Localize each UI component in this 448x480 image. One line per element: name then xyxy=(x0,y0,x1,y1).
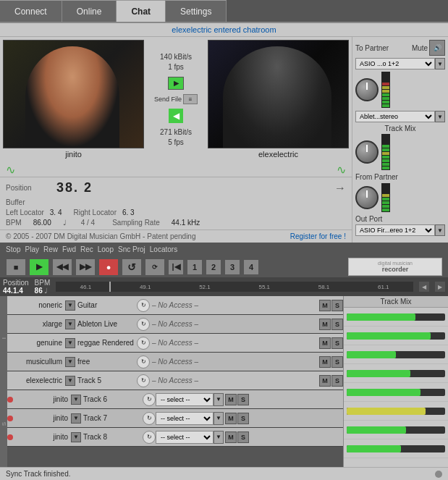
loop-button[interactable]: ↺ xyxy=(122,258,142,276)
track-6-sync-icon[interactable]: ↻ xyxy=(143,412,156,425)
timeline-mark-1: 46.1 xyxy=(80,284,92,290)
video-area: jinito 140 kBit/s 1 fps ▶ Send File ≡ ◀ xyxy=(0,37,352,163)
track-6-select-arrow[interactable]: ▼ xyxy=(214,412,224,425)
track-side-panel: I S xyxy=(0,296,7,467)
track-6-rec-dot xyxy=(7,416,13,421)
tab-settings[interactable]: Settings xyxy=(166,0,227,22)
track-2-sync-icon[interactable]: ↻ xyxy=(137,337,150,350)
mute-button[interactable]: 🔊 xyxy=(429,40,445,56)
position-label: Position xyxy=(6,184,56,192)
track-4-m-button[interactable]: M xyxy=(319,375,331,387)
track-6-select[interactable]: -- select -- xyxy=(156,412,214,425)
track-6-s-button[interactable]: S xyxy=(237,413,249,424)
status-dot xyxy=(435,471,442,478)
play-button[interactable]: ▶ xyxy=(29,258,49,276)
track-3-sync-icon[interactable]: ↻ xyxy=(137,355,150,369)
pos-labels: Position 44.1.4 xyxy=(3,279,29,295)
ableton-arrow[interactable]: ▼ xyxy=(435,111,445,122)
track-4-sync-icon[interactable]: ↻ xyxy=(137,374,150,387)
track-4-arrow[interactable]: ▼ xyxy=(65,376,75,386)
locator-2-button[interactable]: 2 xyxy=(206,259,221,275)
track-0-m-button[interactable]: M xyxy=(319,300,331,311)
file-icon: ≡ xyxy=(183,94,198,104)
mix-fader-5[interactable] xyxy=(347,408,445,415)
bpm-display: BPM 86 ♩ xyxy=(35,279,51,295)
track-5-select-arrow[interactable]: ▼ xyxy=(214,393,224,406)
track-6-m-button[interactable]: M xyxy=(225,413,237,424)
ableton-select[interactable]: Ablet...stereo xyxy=(355,111,435,122)
track-7-m-button[interactable]: M xyxy=(225,431,237,443)
left-video-panel: jinito xyxy=(3,40,144,160)
track-5-select[interactable]: -- select -- xyxy=(156,393,214,406)
mix-fader-1[interactable] xyxy=(347,332,445,340)
bitrate-down-info: 271 kBit/s 5 fps xyxy=(160,127,192,148)
out-port-arrow[interactable]: ▼ xyxy=(435,224,445,236)
track-mix-label: Track Mix xyxy=(355,125,445,132)
track-6-arrow[interactable]: ▼ xyxy=(71,413,81,424)
from-partner-knob[interactable] xyxy=(355,186,379,209)
track-7-arrow[interactable]: ▼ xyxy=(71,432,81,442)
tab-online[interactable]: Online xyxy=(62,0,117,22)
track-1-s-button[interactable]: S xyxy=(331,319,343,330)
locator-3-button[interactable]: 3 xyxy=(224,259,240,275)
mix-fader-6[interactable] xyxy=(347,426,445,434)
track-mix-panel: Track Mix xyxy=(343,296,448,467)
position-bar: Position 44.1.4 BPM 86 ♩ 46.1 49.1 52.1 … xyxy=(0,277,448,296)
copyright-bar: © 2005 - 2007 DM Digital Musician GmbH -… xyxy=(0,230,352,243)
track-1-arrow[interactable]: ▼ xyxy=(65,319,75,329)
mix-fader-3[interactable] xyxy=(347,370,445,377)
mix-row-7 xyxy=(344,439,448,458)
track-3-arrow[interactable]: ▼ xyxy=(65,357,75,367)
snc-button[interactable]: ⟳ xyxy=(145,258,165,276)
track-7-select[interactable]: -- select -- xyxy=(156,431,214,444)
play-down-button[interactable]: ◀ xyxy=(169,109,183,123)
rec-button[interactable]: ● xyxy=(98,258,119,276)
track-5-s-button[interactable]: S xyxy=(237,394,249,405)
timeline-scroll-left[interactable]: ◀ xyxy=(419,282,429,292)
track-7-sync-icon[interactable]: ↻ xyxy=(143,431,156,444)
fwd-button[interactable]: ▶▶ xyxy=(75,258,96,276)
tab-connect[interactable]: Connect xyxy=(0,0,62,22)
register-link[interactable]: Register for free ! xyxy=(290,232,346,240)
mix-fader-0[interactable] xyxy=(347,313,445,321)
track-0-arrow[interactable]: ▼ xyxy=(65,300,75,311)
asio-select[interactable]: ASIO ...o 1+2 xyxy=(355,58,435,70)
track-2-s-button[interactable]: S xyxy=(331,337,343,349)
table-row: jinito ▼ Track 6 ↻ -- select -- ▼ M S xyxy=(7,390,343,409)
snc-group: Snc Proj xyxy=(118,245,145,253)
track-5-arrow[interactable]: ▼ xyxy=(71,395,81,405)
track-3-s-button[interactable]: S xyxy=(331,356,343,368)
locator-start-button[interactable]: |◀ xyxy=(168,259,184,275)
track-0-s-button[interactable]: S xyxy=(331,300,343,311)
to-partner-knob[interactable] xyxy=(355,78,379,101)
track-5-m-button[interactable]: M xyxy=(225,394,237,405)
tab-chat[interactable]: Chat xyxy=(117,0,166,22)
track-5-sync-icon[interactable]: ↻ xyxy=(143,393,156,406)
mix-row-2 xyxy=(344,345,448,364)
track-7-select-arrow[interactable]: ▼ xyxy=(214,431,224,444)
mix-fader-7[interactable] xyxy=(347,445,445,452)
play-up-button[interactable]: ▶ xyxy=(168,77,184,90)
locator-4-button[interactable]: 4 xyxy=(243,259,259,275)
timeline-scroll-right[interactable]: ▶ xyxy=(435,282,445,292)
track-0-sync-icon[interactable]: ↻ xyxy=(137,299,150,312)
track-2-m-button[interactable]: M xyxy=(319,337,331,349)
mix-row-3 xyxy=(344,364,448,383)
right-video-frame xyxy=(208,40,349,148)
mix-fader-4[interactable] xyxy=(347,389,445,396)
track-3-m-button[interactable]: M xyxy=(319,356,331,368)
out-port-select[interactable]: ASIO Fir...ereo 1+2 xyxy=(355,224,435,236)
track-4-s-button[interactable]: S xyxy=(331,375,343,387)
track-7-s-button[interactable]: S xyxy=(237,431,249,443)
asio-arrow[interactable]: ▼ xyxy=(435,58,445,70)
locator-1-button[interactable]: 1 xyxy=(187,259,203,275)
track-2-arrow[interactable]: ▼ xyxy=(65,338,75,348)
track-1-sync-icon[interactable]: ↻ xyxy=(137,318,150,331)
mix-fader-2[interactable] xyxy=(347,351,445,358)
track-mix-knob[interactable] xyxy=(355,140,379,164)
table-row: jinito ▼ Track 8 ↻ -- select -- ▼ M S xyxy=(7,428,343,447)
stop-button[interactable]: ■ xyxy=(6,258,26,276)
rew-button[interactable]: ◀◀ xyxy=(52,258,72,276)
table-row: elexelectric ▼ Track 5 ↻ – No Access – M… xyxy=(7,371,343,390)
track-1-m-button[interactable]: M xyxy=(319,319,331,330)
